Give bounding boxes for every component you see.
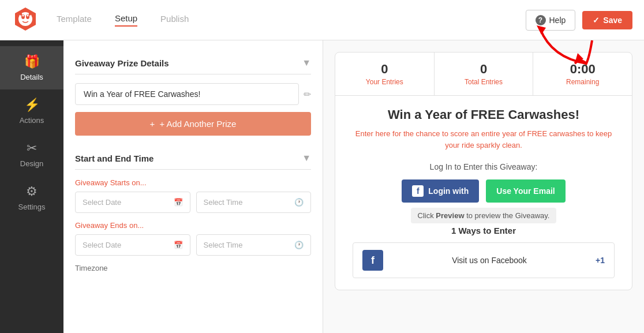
tab-template[interactable]: Template bbox=[57, 14, 92, 26]
sidebar-item-settings[interactable]: ⚙ Settings bbox=[0, 176, 63, 219]
clock-end-icon: 🕐 bbox=[294, 241, 304, 249]
starts-label: Giveaway Starts on... bbox=[75, 178, 311, 187]
time-chevron-icon[interactable]: ▼ bbox=[302, 153, 311, 163]
stat-your-entries: 0 Your Entries bbox=[335, 53, 435, 95]
start-time-input[interactable]: Select Time 🕐 bbox=[196, 192, 312, 213]
sidebar-item-actions[interactable]: ⚡ Actions bbox=[0, 89, 63, 133]
design-icon: ✂ bbox=[27, 141, 37, 156]
add-prize-button[interactable]: + + Add Another Prize bbox=[75, 112, 311, 136]
save-button[interactable]: ✓ Save bbox=[582, 11, 632, 29]
login-label: Log In to Enter this Giveaway: bbox=[353, 162, 615, 171]
nav-right: ? Help ✓ Save bbox=[526, 10, 633, 31]
content-area: Giveaway Prize Details ▼ ✏ + + Add Anoth… bbox=[63, 40, 644, 333]
svg-point-5 bbox=[27, 15, 29, 17]
tab-setup[interactable]: Setup bbox=[115, 13, 137, 27]
calendar-icon: 📅 bbox=[174, 198, 183, 207]
sidebar-item-details[interactable]: 🎁 Details bbox=[0, 46, 63, 89]
nav-tabs: Template Setup Publish bbox=[57, 13, 526, 27]
end-date-input[interactable]: Select Date 📅 bbox=[75, 234, 190, 256]
your-entries-label: Your Entries bbox=[366, 78, 403, 86]
help-button[interactable]: ? Help bbox=[526, 10, 576, 31]
facebook-icon: f bbox=[412, 185, 424, 197]
entry-text: Visit us on Facebook bbox=[391, 256, 587, 265]
fb-entry-icon: f bbox=[362, 250, 383, 271]
start-date-input[interactable]: Select Date 📅 bbox=[75, 192, 190, 213]
sidebar-label-settings: Settings bbox=[18, 203, 46, 211]
top-navigation: Template Setup Publish ? Help ✓ Save bbox=[0, 0, 644, 40]
ways-to-enter: 1 Ways to Enter bbox=[353, 226, 615, 235]
main-layout: 🎁 Details ⚡ Actions ✂ Design ⚙ Settings bbox=[0, 40, 644, 333]
total-entries-value: 0 bbox=[480, 62, 487, 77]
time-section-header: Start and End Time ▼ bbox=[75, 147, 311, 170]
remaining-value: 0:00 bbox=[570, 62, 596, 77]
tab-publish[interactable]: Publish bbox=[160, 14, 189, 26]
edit-icon[interactable]: ✏ bbox=[304, 89, 311, 100]
timezone-label: Timezone bbox=[75, 264, 311, 272]
end-date-time-row: Select Date 📅 Select Time 🕐 bbox=[75, 234, 311, 256]
preview-description: Enter here for the chance to score an en… bbox=[353, 128, 615, 151]
settings-icon: ⚙ bbox=[26, 184, 38, 199]
prize-chevron-icon[interactable]: ▼ bbox=[302, 58, 311, 68]
actions-icon: ⚡ bbox=[24, 98, 40, 113]
help-icon: ? bbox=[536, 15, 546, 25]
prize-input[interactable] bbox=[75, 83, 299, 105]
stat-remaining: 0:00 Remaining bbox=[533, 53, 632, 95]
stat-total-entries: 0 Total Entries bbox=[435, 53, 534, 95]
prize-section-header: Giveaway Prize Details ▼ bbox=[75, 52, 311, 74]
facebook-login-button[interactable]: f Login with bbox=[402, 179, 479, 203]
preview-content: Win a Year of FREE Carwashes! Enter here… bbox=[335, 96, 632, 290]
entry-plus: +1 bbox=[596, 256, 605, 265]
preview-title: Win a Year of FREE Carwashes! bbox=[353, 107, 615, 122]
email-login-button[interactable]: Use Your Email bbox=[486, 179, 565, 203]
end-time-input[interactable]: Select Time 🕐 bbox=[196, 234, 312, 256]
logo bbox=[12, 5, 39, 35]
preview-tip: Click Preview to preview the Giveaway. bbox=[353, 211, 615, 220]
gift-icon: 🎁 bbox=[24, 54, 40, 69]
date-time-section: Giveaway Starts on... Select Date 📅 Sele… bbox=[75, 178, 311, 272]
sidebar-label-actions: Actions bbox=[20, 116, 44, 125]
sidebar: 🎁 Details ⚡ Actions ✂ Design ⚙ Settings bbox=[0, 40, 63, 333]
sidebar-label-details: Details bbox=[20, 73, 43, 81]
login-buttons: f Login with Use Your Email bbox=[353, 179, 615, 203]
left-panel: Giveaway Prize Details ▼ ✏ + + Add Anoth… bbox=[63, 40, 323, 333]
plus-icon: + bbox=[150, 119, 155, 129]
sidebar-label-design: Design bbox=[20, 159, 43, 168]
check-icon: ✓ bbox=[593, 16, 600, 25]
start-date-time-row: Select Date 📅 Select Time 🕐 bbox=[75, 192, 311, 213]
entry-row[interactable]: f Visit us on Facebook +1 bbox=[353, 242, 615, 278]
sidebar-item-design[interactable]: ✂ Design bbox=[0, 133, 63, 176]
time-section-title: Start and End Time bbox=[75, 154, 153, 163]
svg-point-4 bbox=[23, 15, 24, 17]
prize-section-title: Giveaway Prize Details bbox=[75, 58, 169, 68]
prize-input-row: ✏ bbox=[75, 83, 311, 105]
ends-label: Giveaway Ends on... bbox=[75, 221, 311, 230]
total-entries-label: Total Entries bbox=[465, 78, 503, 86]
clock-icon: 🕐 bbox=[294, 198, 304, 207]
preview-card: 0 Your Entries 0 Total Entries 0:00 Rema… bbox=[335, 52, 632, 290]
calendar-end-icon: 📅 bbox=[174, 241, 183, 249]
remaining-label: Remaining bbox=[566, 78, 599, 86]
your-entries-value: 0 bbox=[381, 62, 388, 77]
right-panel: 0 Your Entries 0 Total Entries 0:00 Rema… bbox=[323, 40, 644, 333]
stats-row: 0 Your Entries 0 Total Entries 0:00 Rema… bbox=[335, 53, 632, 96]
